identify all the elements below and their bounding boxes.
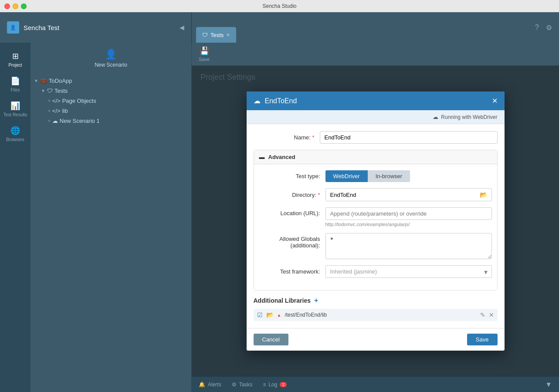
name-required-indicator: * (312, 134, 314, 141)
maximize-button[interactable] (21, 3, 27, 9)
advanced-section: ▬ Advanced Test type: WebDriver (254, 150, 498, 291)
lib-remove-icon[interactable]: ✕ (489, 311, 494, 318)
help-icon[interactable]: ? (535, 24, 539, 31)
tree-item-new-scenario-1[interactable]: + ☁ New Scenario 1 (30, 116, 191, 126)
allowed-globals-input[interactable]: * (325, 233, 492, 259)
location-field-area: http://todomvc.com/examples/angularjs/ (325, 207, 492, 227)
svg-text:👤: 👤 (10, 24, 16, 30)
save-button[interactable]: Save (467, 334, 498, 345)
dialog-end-to-end: ☁ EndToEnd ✕ ☁ Running with WebDriver (247, 91, 505, 351)
tree-toggle-new-scenario-1[interactable]: + (48, 118, 51, 123)
test-type-inbrowser-button[interactable]: In-browser (368, 170, 410, 182)
location-url-hint: http://todomvc.com/examples/angularjs/ (325, 222, 492, 227)
tree-item-lib[interactable]: + </> lib (30, 106, 191, 116)
title-bar: Sencha Studio (0, 0, 559, 12)
collapse-sidebar-button[interactable]: ◀ (180, 24, 184, 31)
tab-tests-label: Tests (210, 32, 224, 38)
new-scenario-area: 👤 New Scenario (30, 43, 191, 72)
sencha-logo-icon: 👤 (7, 21, 19, 34)
tree-item-todoapp[interactable]: ▼ 💼 ToDoApp (30, 76, 191, 86)
directory-folder-icon[interactable]: 📂 (475, 189, 491, 201)
test-type-webdriver-button[interactable]: WebDriver (325, 170, 368, 182)
code-icon-page-objects: </> (52, 98, 61, 104)
tree-label-new-scenario-1: New Scenario 1 (60, 118, 100, 124)
tree-toggle-todoapp[interactable]: ▼ (34, 78, 38, 83)
running-with-label: Running with WebDriver (441, 114, 497, 120)
dialog-overlay: ☁ EndToEnd ✕ ☁ Running with WebDriver (192, 66, 559, 376)
additional-libraries-label: Additional Libraries (254, 297, 311, 304)
advanced-section-header[interactable]: ▬ Advanced (254, 150, 497, 164)
scroll-to-bottom-icon[interactable]: ▼ (545, 381, 552, 388)
alerts-icon: 🔔 (199, 382, 205, 388)
sidebar-item-browsers[interactable]: 🌐 Browsers (0, 122, 30, 146)
save-label: Save (199, 57, 210, 62)
tasks-item[interactable]: ⚙ Tasks (232, 382, 253, 388)
code-icon-lib: </> (52, 108, 61, 114)
test-framework-select[interactable]: Inherited (jasmine) (325, 265, 492, 278)
lib-folder-icon: 📂 (266, 311, 274, 318)
new-scenario-label: New Scenario (95, 62, 127, 68)
name-input[interactable] (320, 131, 498, 144)
lib-edit-icon[interactable]: ✎ (480, 311, 485, 318)
name-label: Name: * (254, 134, 315, 141)
tree-label-todoapp: ToDoApp (49, 78, 72, 84)
folder-icon: 💼 (40, 78, 47, 84)
tree-label-lib: lib (62, 108, 68, 114)
bottom-bar: 🔔 Alerts ⚙ Tasks ≡ Log 2 ▼ (192, 376, 559, 392)
tab-close-icon[interactable]: ✕ (226, 32, 230, 38)
new-scenario-icon: 👤 (105, 49, 117, 60)
dialog-title: EndToEnd (265, 97, 488, 105)
cancel-button[interactable]: Cancel (254, 334, 288, 345)
sidebar-item-files[interactable]: 📄 Files (0, 72, 30, 97)
log-icon: ≡ (263, 382, 266, 388)
sidebar-nav: ⊞ Project 📄 Files 📊 Test Results 🌐 Brows… (0, 43, 30, 392)
sidebar-header: 👤 Sencha Test ◀ (0, 12, 192, 43)
new-scenario-button[interactable]: 👤 New Scenario (37, 46, 184, 71)
test-type-label: Test type: (259, 173, 320, 179)
project-icon: ⊞ (12, 51, 19, 61)
test-framework-select-wrapper: Inherited (jasmine) ▾ (325, 265, 492, 278)
save-toolbar-button[interactable]: 💾 Save (199, 46, 210, 62)
add-library-button[interactable]: + (314, 297, 318, 304)
directory-input[interactable] (326, 189, 475, 201)
window-title: Sencha Studio (262, 3, 296, 9)
additional-libraries-header: Additional Libraries + (254, 297, 498, 304)
tree-toggle-lib[interactable]: + (48, 108, 51, 113)
tree-toggle-page-objects[interactable]: + (48, 98, 51, 103)
tasks-label: Tasks (239, 382, 253, 388)
log-item[interactable]: ≡ Log 2 (263, 382, 287, 388)
location-label: Location (URL): (259, 207, 320, 216)
sidebar-tree: ▼ 💼 ToDoApp ▼ 🛡 Tests + (30, 72, 191, 129)
tree-item-tests[interactable]: ▼ 🛡 Tests (30, 86, 191, 96)
sidebar-item-project[interactable]: ⊞ Project (0, 47, 30, 72)
close-button[interactable] (4, 3, 10, 9)
save-icon: 💾 (200, 46, 209, 56)
advanced-label: Advanced (268, 154, 295, 160)
test-type-row: Test type: WebDriver In-browser (259, 170, 492, 182)
shield-icon: 🛡 (47, 88, 53, 94)
library-row: ☑ 📂 ▲ /test/EndToEnd/lib ✎ ✕ (254, 309, 498, 321)
dialog-close-button[interactable]: ✕ (492, 97, 498, 105)
sidebar-item-test-results[interactable]: 📊 Test Results (0, 97, 30, 122)
app-title: Sencha Test (24, 24, 175, 31)
dialog-subheader: ☁ Running with WebDriver (247, 110, 505, 124)
sidebar: ⊞ Project 📄 Files 📊 Test Results 🌐 Brows… (0, 43, 192, 392)
directory-required-indicator: * (318, 192, 320, 198)
lib-checkbox-icon[interactable]: ☑ (257, 311, 263, 318)
lib-path: /test/EndToEnd/lib (285, 312, 476, 318)
tree-item-page-objects[interactable]: + </> Page Objects (30, 96, 191, 106)
directory-field-wrapper: 📂 (325, 188, 492, 201)
window-controls (4, 3, 27, 9)
tabs-area: 🛡 Tests ✕ (192, 12, 528, 43)
tab-tests[interactable]: 🛡 Tests ✕ (196, 27, 236, 43)
location-input[interactable] (325, 207, 492, 220)
settings-icon[interactable]: ⚙ (546, 24, 552, 32)
tab-tests-icon: 🛡 (202, 32, 208, 38)
webdriver-icon: ☁ (433, 114, 438, 120)
allowed-globals-label: Allowed Globals (additional): (259, 233, 320, 249)
directory-form-row: Directory: * 📂 (259, 188, 492, 201)
minimize-button[interactable] (13, 3, 18, 9)
test-results-icon: 📊 (10, 101, 20, 111)
tree-toggle-tests[interactable]: ▼ (41, 88, 45, 93)
alerts-item[interactable]: 🔔 Alerts (199, 382, 221, 388)
